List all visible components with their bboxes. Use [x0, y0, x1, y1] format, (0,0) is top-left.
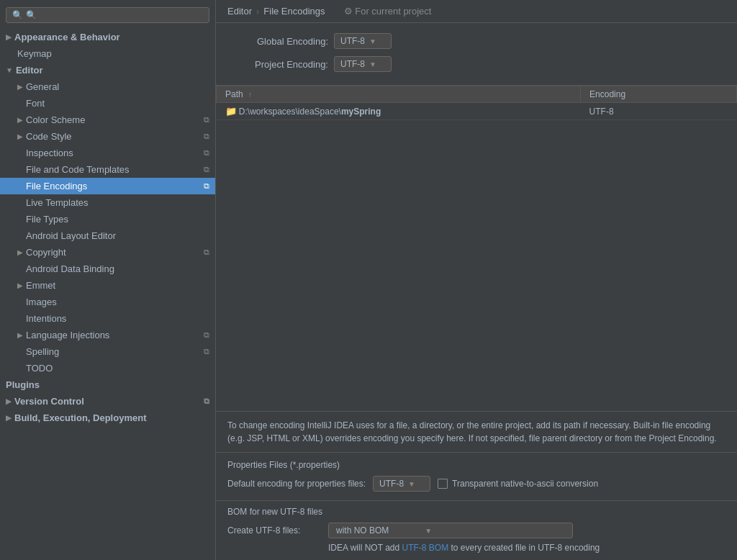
sidebar-item-label: Copyright: [26, 247, 201, 258]
search-icon: 🔍: [12, 10, 23, 20]
sidebar-item-copyright[interactable]: ▶ Copyright ⧉: [0, 244, 215, 261]
sidebar-item-file-types[interactable]: File Types: [0, 211, 215, 227]
bom-note-prefix: IDEA will NOT add: [328, 543, 402, 553]
sidebar-item-color-scheme[interactable]: ▶ Color Scheme ⧉: [0, 112, 215, 128]
copy-icon: ⧉: [204, 165, 209, 174]
sidebar-item-label: TODO: [26, 363, 209, 374]
sidebar-item-label: File Types: [26, 214, 209, 225]
content-area: Editor › File Encodings ⚙ For current pr…: [216, 0, 737, 560]
sidebar-item-live-templates[interactable]: Live Templates: [0, 194, 215, 211]
encoding-column-header: Encoding: [581, 86, 737, 103]
arrow-icon: ▶: [6, 33, 12, 41]
project-encoding-value: UTF-8: [340, 59, 365, 69]
sidebar-item-inspections[interactable]: Inspections ⧉: [0, 145, 215, 161]
bom-create-row: Create UTF-8 files: with NO BOM ▼: [227, 523, 725, 538]
sidebar-item-file-code-templates[interactable]: File and Code Templates ⧉: [0, 161, 215, 178]
sidebar-item-emmet[interactable]: ▶ Emmet: [0, 277, 215, 294]
sidebar-item-label: Images: [26, 297, 209, 307]
sidebar-item-android-layout-editor[interactable]: Android Layout Editor: [0, 227, 215, 244]
sidebar-item-label: Inspections: [26, 148, 201, 158]
project-encoding-row: Project Encoding: UTF-8 ▼: [227, 56, 725, 72]
properties-title: Properties Files (*.properties): [227, 460, 725, 470]
sidebar-item-label: Android Data Binding: [26, 263, 209, 274]
folder-icon: 📁: [225, 106, 237, 117]
encoding-form: Global Encoding: UTF-8 ▼ Project Encodin…: [216, 23, 737, 86]
sidebar-item-label: General: [26, 81, 209, 92]
breadcrumb-sep: ›: [256, 6, 259, 17]
transparent-label: Transparent native-to-ascii conversion: [452, 479, 598, 489]
copy-icon: ⧉: [204, 148, 209, 158]
info-text: To change encoding IntelliJ IDEA uses fo…: [227, 420, 717, 443]
sidebar-item-intentions[interactable]: Intentions: [0, 310, 215, 327]
copy-icon: ⧉: [204, 397, 209, 406]
copy-icon: ⧉: [204, 115, 209, 125]
sidebar-item-label: File and Code Templates: [26, 164, 201, 175]
arrow-icon: ▶: [17, 281, 23, 289]
sidebar-item-label: Language Injections: [26, 330, 201, 340]
arrow-icon: ▶: [17, 132, 23, 140]
sidebar-item-general[interactable]: ▶ General: [0, 78, 215, 95]
dropdown-arrow-icon: ▼: [369, 37, 376, 45]
sidebar-item-build-execution[interactable]: ▶ Build, Execution, Deployment: [0, 410, 215, 426]
breadcrumb-current: File Encodings: [263, 6, 325, 17]
sidebar-item-label: Color Scheme: [26, 114, 201, 125]
sidebar-item-label: Build, Execution, Deployment: [14, 412, 209, 423]
dropdown-arrow-icon: ▼: [408, 480, 415, 488]
bom-section: BOM for new UTF-8 files Create UTF-8 fil…: [216, 500, 737, 560]
sidebar-item-code-style[interactable]: ▶ Code Style ⧉: [0, 128, 215, 145]
sidebar-item-label: Appearance & Behavior: [14, 32, 209, 42]
project-encoding-label: Project Encoding:: [227, 59, 328, 70]
transparent-checkbox-area[interactable]: Transparent native-to-ascii conversion: [438, 479, 598, 489]
sidebar-item-android-data-binding[interactable]: Android Data Binding: [0, 261, 215, 277]
table-row[interactable]: 📁 D:\workspaces\ideaSpace\mySpring UTF-8: [217, 103, 737, 120]
sidebar-item-editor[interactable]: ▼ Editor: [0, 62, 215, 78]
arrow-icon: ▶: [6, 414, 12, 422]
properties-encoding-row: Default encoding for properties files: U…: [227, 476, 725, 492]
copy-icon: ⧉: [204, 181, 209, 191]
copy-icon: ⧉: [204, 347, 209, 356]
sidebar-item-language-injections[interactable]: ▶ Language Injections ⧉: [0, 327, 215, 343]
path-prefix: D:\workspaces\ideaSpace\: [239, 107, 341, 117]
sidebar-item-appearance-behavior[interactable]: ▶ Appearance & Behavior: [0, 29, 215, 45]
sidebar-item-label: Code Style: [26, 131, 201, 142]
copy-icon: ⧉: [204, 132, 209, 141]
global-encoding-dropdown[interactable]: UTF-8 ▼: [334, 33, 392, 49]
global-encoding-value: UTF-8: [340, 36, 365, 46]
project-encoding-dropdown[interactable]: UTF-8 ▼: [334, 56, 392, 72]
path-table-section: Path ↑ Encoding 📁 D:\workspaces\ideaSpac…: [216, 86, 737, 411]
breadcrumb: Editor › File Encodings ⚙ For current pr…: [216, 0, 737, 23]
sidebar-item-label: Font: [26, 98, 209, 109]
global-encoding-row: Global Encoding: UTF-8 ▼: [227, 33, 725, 49]
sidebar-item-label: Version Control: [14, 396, 201, 407]
arrow-icon: ▶: [17, 331, 23, 339]
default-encoding-dropdown[interactable]: UTF-8 ▼: [373, 476, 430, 492]
transparent-checkbox[interactable]: [438, 479, 448, 489]
copy-icon: ⧉: [204, 330, 209, 340]
sidebar-item-font[interactable]: Font: [0, 95, 215, 112]
dropdown-arrow-icon: ▼: [425, 527, 432, 535]
search-input[interactable]: [26, 10, 203, 20]
encoding-cell: UTF-8: [581, 103, 737, 120]
bom-note-suffix: to every created file in UTF-8 encoding: [451, 543, 600, 553]
sidebar-item-label: Editor: [16, 65, 209, 76]
sidebar-item-file-encodings[interactable]: File Encodings ⧉: [0, 178, 215, 194]
sidebar-item-label: Intentions: [26, 313, 209, 324]
sidebar-item-spelling[interactable]: Spelling ⧉: [0, 343, 215, 360]
sidebar-item-images[interactable]: Images: [0, 294, 215, 310]
copy-icon: ⧉: [204, 248, 209, 257]
sidebar-item-version-control[interactable]: ▶ Version Control ⧉: [0, 393, 215, 410]
path-table: Path ↑ Encoding 📁 D:\workspaces\ideaSpac…: [216, 86, 737, 120]
properties-section: Properties Files (*.properties) Default …: [216, 452, 737, 500]
sidebar-item-keymap[interactable]: Keymap: [0, 45, 215, 62]
bom-note: IDEA will NOT add UTF-8 BOM to every cre…: [328, 543, 725, 553]
search-box[interactable]: 🔍: [6, 7, 209, 23]
arrow-icon: ▶: [6, 397, 12, 405]
bom-create-label: Create UTF-8 files:: [227, 525, 321, 536]
sidebar-item-plugins[interactable]: Plugins: [0, 376, 215, 393]
sidebar-item-label: Keymap: [17, 48, 209, 59]
path-cell: 📁 D:\workspaces\ideaSpace\mySpring: [217, 103, 581, 120]
sidebar-item-label: Live Templates: [26, 197, 209, 208]
bom-create-dropdown[interactable]: with NO BOM ▼: [328, 523, 573, 538]
arrow-icon: ▶: [17, 116, 23, 124]
sidebar-item-todo[interactable]: TODO: [0, 360, 215, 376]
